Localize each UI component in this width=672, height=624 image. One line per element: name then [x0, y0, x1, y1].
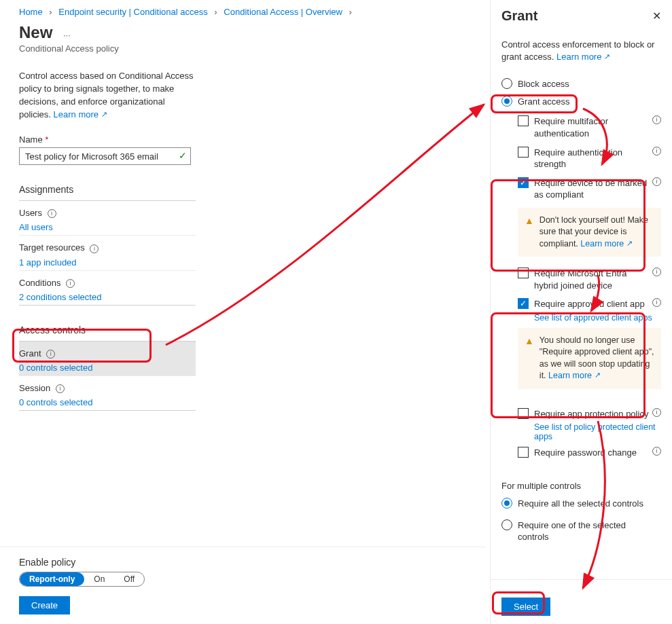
info-icon: i [48, 209, 56, 218]
radio-icon[interactable] [501, 78, 512, 89]
close-icon[interactable]: ✕ [652, 10, 661, 22]
access-controls-header: Access controls [19, 325, 196, 341]
page-title: New [19, 23, 52, 42]
checkbox-icon[interactable] [518, 447, 529, 458]
grant-row[interactable]: Grant i 0 controls selected [19, 341, 196, 376]
grant-access-radio[interactable]: Grant access [501, 93, 661, 111]
more-icon[interactable]: ··· [63, 30, 71, 40]
external-link-icon: ↗ [101, 110, 107, 118]
checkbox-icon[interactable] [518, 147, 529, 158]
grant-flyout: Grant ✕ Control access enforcement to bl… [490, 0, 672, 624]
info-icon: i [46, 350, 55, 359]
bottom-bar: Enable policy Report-only On Off Create [0, 547, 486, 624]
target-value-link[interactable]: 1 app included [19, 257, 77, 268]
page-intro: Control access based on Conditional Acce… [19, 70, 196, 121]
info-icon: i [90, 244, 99, 253]
block-access-radio[interactable]: Block access [501, 75, 661, 93]
users-value-link[interactable]: All users [19, 222, 53, 232]
multiple-controls-header: For multiple controls [501, 481, 661, 491]
toggle-off[interactable]: Off [114, 572, 144, 586]
toggle-on[interactable]: On [84, 572, 114, 586]
radio-icon[interactable] [501, 96, 512, 107]
toggle-report-only[interactable]: Report-only [20, 572, 84, 586]
enable-policy-label: Enable policy [19, 557, 486, 568]
require-compliant-device-checkbox[interactable]: ✓ Require device to be marked as complia… [501, 172, 661, 202]
app-protection-link[interactable]: See list of policy protected client apps [534, 422, 661, 441]
grant-value-link[interactable]: 0 controls selected [19, 363, 92, 373]
require-app-protection-checkbox[interactable]: Require app protection policy i [501, 403, 661, 422]
enable-policy-toggle[interactable]: Report-only On Off [19, 572, 145, 587]
external-link-icon: ↗ [626, 239, 633, 247]
check-icon: ✓ [179, 150, 187, 161]
select-button[interactable]: Select [501, 598, 550, 616]
radio-icon[interactable] [501, 498, 512, 509]
breadcrumb-home[interactable]: Home [19, 7, 43, 17]
external-link-icon: ↗ [604, 52, 610, 60]
checkbox-icon[interactable]: ✓ [518, 298, 529, 309]
info-icon: i [56, 384, 65, 393]
breadcrumb-conditional-access[interactable]: Conditional Access | Overview [224, 7, 342, 17]
radio-icon[interactable] [501, 519, 512, 530]
create-button[interactable]: Create [19, 596, 70, 614]
flyout-title: Grant [501, 8, 537, 24]
checkbox-icon[interactable] [518, 268, 529, 278]
chevron-right-icon: › [214, 7, 217, 17]
target-resources-row[interactable]: Target resources i 1 app included [19, 236, 196, 270]
conditions-row[interactable]: Conditions i 2 conditions selected [19, 271, 196, 306]
breadcrumb-endpoint-security[interactable]: Endpoint security | Conditional access [58, 7, 207, 17]
checkbox-icon[interactable] [518, 408, 529, 419]
intro-learn-more-link[interactable]: Learn more ↗ [54, 109, 107, 120]
chevron-right-icon: › [49, 7, 52, 17]
info-icon: i [652, 147, 661, 155]
session-row[interactable]: Session i 0 controls selected [19, 376, 196, 411]
chevron-right-icon: › [349, 7, 352, 17]
flyout-learn-more-link[interactable]: Learn more ↗ [556, 52, 610, 62]
require-auth-strength-checkbox[interactable]: Require authentication strength i [501, 141, 661, 172]
session-value-link[interactable]: 0 controls selected [19, 397, 92, 407]
policy-name-input[interactable] [19, 147, 191, 165]
page-subtitle: Conditional Access policy [19, 43, 196, 54]
compliant-warning: ▲ Don't lock yourself out! Make sure tha… [518, 208, 661, 257]
checkbox-icon[interactable] [518, 115, 529, 126]
compliant-warning-learn-more[interactable]: Learn more ↗ [580, 239, 632, 249]
approved-app-warning: ▲ You should no longer use "Require appr… [518, 328, 661, 389]
require-one-control-radio[interactable]: Require one of the selected controls [501, 517, 661, 546]
conditions-value-link[interactable]: 2 conditions selected [19, 292, 101, 302]
warning-icon: ▲ [525, 335, 534, 382]
info-icon: i [66, 279, 75, 288]
users-row[interactable]: Users i All users [19, 201, 196, 236]
approved-warning-learn-more[interactable]: Learn more ↗ [548, 371, 600, 380]
require-password-change-checkbox[interactable]: Require password change i [501, 441, 661, 460]
approved-client-apps-link[interactable]: See list of approved client apps [534, 313, 661, 323]
info-icon: i [652, 177, 661, 186]
require-hybrid-joined-checkbox[interactable]: Require Microsoft Entra hybrid joined de… [501, 262, 661, 293]
checkbox-icon[interactable]: ✓ [518, 177, 529, 188]
require-all-controls-radio[interactable]: Require all the selected controls [501, 495, 661, 513]
require-mfa-checkbox[interactable]: Require multifactor authentication i [501, 110, 661, 141]
flyout-description: Control access enforcement to block or g… [501, 39, 661, 63]
name-field-label: Name * [19, 134, 196, 145]
info-icon: i [652, 408, 661, 417]
assignments-header: Assignments [19, 184, 196, 201]
external-link-icon: ↗ [595, 371, 601, 379]
warning-icon: ▲ [525, 215, 534, 251]
require-approved-client-app-checkbox[interactable]: ✓ Require approved client app i [501, 293, 661, 312]
